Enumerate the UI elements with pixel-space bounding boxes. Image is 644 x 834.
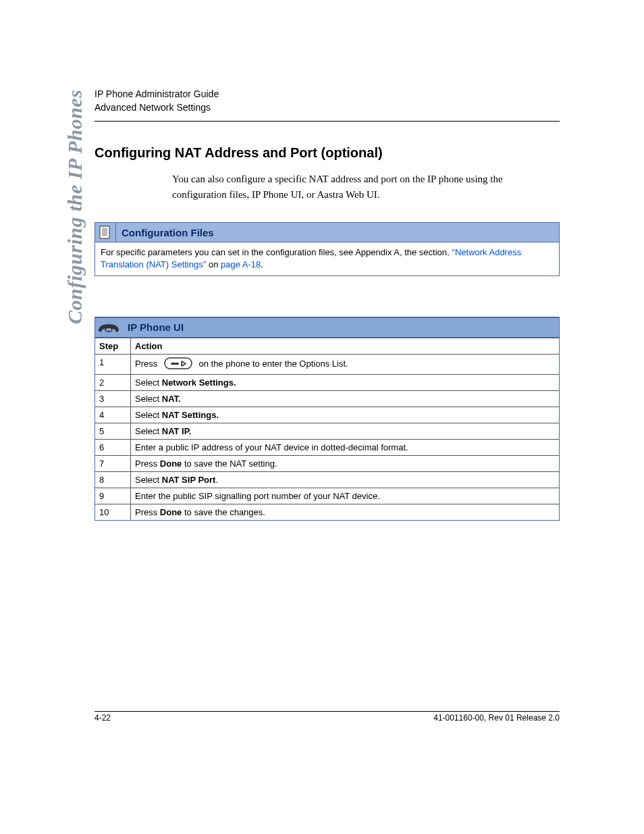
table-row: 7Press Done to save the NAT setting.	[95, 455, 559, 471]
steps-table: Step Action 1Press on the phone to enter…	[95, 338, 559, 520]
step-number: 2	[95, 374, 131, 390]
action-text: Press	[135, 359, 160, 369]
step-action: Press Done to save the NAT setting.	[131, 455, 560, 471]
action-bold: NAT IP.	[162, 426, 192, 436]
section-heading: Configuring NAT Address and Port (option…	[95, 145, 560, 161]
table-row: 2Select Network Settings.	[95, 374, 559, 390]
table-row: 3Select NAT.	[95, 390, 559, 407]
phone-ui-title: IP Phone UI	[122, 321, 184, 333]
step-number: 7	[95, 455, 131, 471]
callout-header: Configuration Files	[95, 223, 559, 242]
doc-id: 41-001160-00, Rev 01 Release 2.0	[433, 713, 560, 723]
step-action: Select NAT SIP Port.	[131, 471, 560, 488]
action-bold: NAT.	[162, 394, 181, 404]
callout-text-suffix: .	[261, 259, 263, 269]
action-text: Select	[135, 394, 162, 404]
action-text: Enter the public SIP signalling port num…	[135, 491, 380, 501]
svg-rect-7	[171, 363, 179, 365]
action-text: Select	[135, 426, 162, 436]
ip-phone-ui-box: IP Phone UI Step Action 1Press on the ph…	[95, 317, 560, 521]
action-text: on the phone to enter the Options List.	[196, 359, 348, 369]
intro-paragraph: You can also configure a specific NAT ad…	[172, 172, 560, 202]
options-key-icon	[164, 357, 192, 371]
action-text: Select	[135, 410, 162, 420]
footer-rule	[95, 711, 560, 712]
table-row: 6Enter a public IP address of your NAT d…	[95, 439, 559, 455]
action-text: Select	[135, 377, 162, 388]
callout-text-mid: on	[206, 259, 221, 269]
header-rule	[95, 121, 560, 122]
action-text: Press	[135, 507, 160, 517]
phone-ui-header: IP Phone UI	[95, 318, 559, 338]
step-action: Press Done to save the changes.	[131, 504, 560, 520]
step-action: Select Network Settings.	[131, 374, 560, 390]
step-action: Select NAT Settings.	[131, 407, 560, 423]
table-row: 1Press on the phone to enter the Options…	[95, 354, 559, 374]
svg-rect-0	[100, 226, 109, 238]
header-line-2: Advanced Network Settings	[95, 101, 560, 115]
step-action: Select NAT IP.	[131, 423, 560, 439]
table-row: 8Select NAT SIP Port.	[95, 471, 559, 488]
col-header-step: Step	[95, 338, 131, 354]
action-text: Enter a public IP address of your NAT de…	[135, 442, 408, 452]
page-ref-link[interactable]: page A-18	[221, 259, 261, 269]
phone-icon	[95, 318, 122, 337]
callout-text-prefix: For specific parameters you can set in t…	[101, 247, 452, 257]
callout-body: For specific parameters you can set in t…	[95, 242, 559, 275]
table-row: 4Select NAT Settings.	[95, 407, 559, 423]
file-icon	[95, 223, 116, 242]
side-tab-label: Configuring the IP Phones	[63, 90, 86, 324]
page: Configuring the IP Phones IP Phone Admin…	[0, 0, 644, 834]
running-header: IP Phone Administrator Guide Advanced Ne…	[95, 88, 560, 114]
step-number: 8	[95, 471, 131, 488]
step-number: 1	[95, 354, 131, 374]
step-action: Select NAT.	[131, 390, 560, 407]
step-number: 10	[95, 504, 131, 520]
action-text: to save the changes.	[182, 507, 265, 517]
step-number: 4	[95, 407, 131, 423]
step-number: 3	[95, 390, 131, 407]
action-text: to save the NAT setting.	[182, 459, 277, 469]
table-row: 5Select NAT IP.	[95, 423, 559, 439]
col-header-action: Action	[131, 338, 560, 354]
step-number: 9	[95, 488, 131, 504]
step-action: Enter the public SIP signalling port num…	[131, 488, 560, 504]
action-bold: NAT Settings.	[162, 410, 219, 420]
page-number: 4-22	[95, 713, 111, 723]
action-text: Select	[135, 475, 162, 485]
action-text: Press	[135, 459, 160, 469]
page-footer: 4-22 41-001160-00, Rev 01 Release 2.0	[95, 711, 560, 723]
step-number: 5	[95, 423, 131, 439]
step-action: Press on the phone to enter the Options …	[131, 354, 560, 374]
action-bold: NAT SIP Port	[162, 475, 216, 485]
config-files-callout: Configuration Files For specific paramet…	[95, 222, 560, 276]
table-row: 9Enter the public SIP signalling port nu…	[95, 488, 559, 504]
action-text: .	[215, 475, 218, 485]
action-bold: Network Settings.	[162, 377, 236, 388]
step-action: Enter a public IP address of your NAT de…	[131, 439, 560, 455]
action-bold: Done	[160, 459, 182, 469]
table-row: 10Press Done to save the changes.	[95, 504, 559, 520]
callout-title: Configuration Files	[116, 227, 214, 238]
action-bold: Done	[160, 507, 182, 517]
header-line-1: IP Phone Administrator Guide	[95, 88, 560, 101]
step-number: 6	[95, 439, 131, 455]
